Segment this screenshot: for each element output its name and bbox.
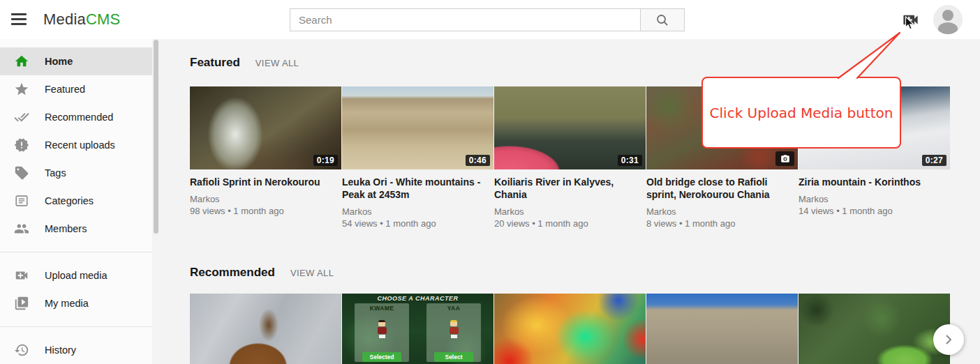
media-thumbnail[interactable] [190,294,341,364]
user-avatar[interactable] [933,5,963,34]
sidebar-item-label: Home [45,56,73,67]
sidebar-scrollbar[interactable] [154,40,158,234]
section-title-featured: Featured [190,56,240,70]
sidebar-item-categories[interactable]: Categories [0,187,152,215]
media-card: 0:31 Koiliaris River in Kalyves, Chania … [494,86,646,229]
game-heading-text: CHOOSE A CHARACTER [342,295,493,302]
duration-badge: 0:46 [466,155,490,166]
logo-media-text: Media [43,10,86,28]
sidebar-divider [0,252,152,252]
logo-cms-text: CMS [86,10,121,28]
recommended-section-header: Recommended VIEW ALL [190,266,334,280]
media-title[interactable]: Leuka Ori - White mountains - Peak at 24… [342,176,493,201]
search-icon [655,13,669,27]
sidebar-item-label: Categories [45,195,94,206]
media-author[interactable]: Markos [342,206,493,218]
search-button[interactable] [640,8,685,31]
media-author[interactable]: Markos [190,193,341,205]
sidebar-item-label: My media [45,298,89,309]
sidebar-item-label: Featured [45,84,85,95]
media-thumbnail[interactable] [646,294,798,364]
media-title[interactable]: Ziria mountain - Korinthos [799,176,950,188]
duration-badge: 0:27 [922,155,946,166]
game-character-panel: KWAME Selected [355,303,409,362]
duration-badge: 0:31 [618,155,642,166]
game-character-sprite [376,320,387,338]
game-character-panel: YAA Select [426,303,481,362]
avatar-bust [938,22,958,34]
media-thumbnail[interactable]: CHOOSE A CHARACTER KWAME Selected YAA Se… [342,294,493,364]
menu-icon[interactable] [11,13,28,26]
media-thumbnail[interactable] [494,294,646,364]
sidebar-item-home[interactable]: Home [0,47,152,75]
media-card: 0:19 Rafioli Sprint in Nerokourou Markos… [190,86,341,229]
annotation-text: Click Upload Media button [710,105,893,121]
media-author[interactable]: Markos [494,206,646,218]
media-title[interactable]: Rafioli Sprint in Nerokourou [190,176,341,188]
video-upload-icon [901,10,920,29]
media-thumbnail[interactable] [799,294,950,364]
members-icon [14,221,29,236]
featured-view-all-link[interactable]: VIEW ALL [255,58,299,68]
upload-media-button[interactable] [901,10,920,29]
home-icon [14,54,29,69]
media-meta: 98 views • 1 month ago [190,205,341,217]
media-title[interactable]: Koiliaris River in Kalyves, Chania [494,176,646,201]
media-card: 0:46 Leuka Ori - White mountains - Peak … [342,86,493,229]
video-upload-icon [14,268,29,283]
sidebar: Home Featured Recommended Recent uploads [0,39,152,364]
star-icon [14,82,29,97]
sidebar-item-recommended[interactable]: Recommended [0,103,152,131]
game-select-button: Select [434,352,473,362]
top-bar: MediaCMS [0,0,980,39]
avatar-head [942,10,953,21]
sidebar-item-history[interactable]: History [0,336,152,364]
annotation-callout: Click Upload Media button [701,77,901,149]
sidebar-item-label: Members [45,223,87,234]
mediacms-app: MediaCMS [0,0,980,364]
sidebar-item-label: History [45,344,76,356]
search-bar [290,8,685,31]
sidebar-item-label: Upload media [45,270,107,281]
sidebar-item-members[interactable]: Members [0,215,152,243]
video-library-icon [14,296,29,311]
featured-section-header: Featured VIEW ALL [190,56,299,70]
photo-badge [775,151,794,166]
sidebar-item-label: Tags [45,167,66,179]
game-character-sprite [448,320,459,338]
sidebar-item-my-media[interactable]: My media [0,289,152,317]
recommended-view-all-link[interactable]: VIEW ALL [290,268,334,278]
sidebar-item-label: Recent uploads [45,139,115,151]
media-author[interactable]: Markos [646,206,798,218]
media-meta: 20 views • 1 month ago [494,218,646,229]
double-check-icon [14,109,29,125]
categories-icon [14,193,29,208]
game-selected-button: Selected [362,352,401,362]
game-character-name: KWAME [355,305,409,312]
media-title[interactable]: Old bridge close to Rafioli sprint, Nero… [646,176,798,201]
sidebar-divider [0,326,152,327]
media-thumbnail[interactable]: 0:19 [190,86,341,169]
recommended-cards-row: CHOOSE A CHARACTER KWAME Selected YAA Se… [190,294,950,364]
logo[interactable]: MediaCMS [43,10,120,29]
tag-icon [14,165,29,181]
chevron-right-icon [943,334,954,345]
carousel-next-button[interactable] [933,324,964,355]
media-meta: 8 views • 1 month ago [646,218,798,229]
sidebar-item-label: Recommended [45,112,113,123]
section-title-recommended: Recommended [190,266,275,280]
media-thumbnail[interactable]: 0:31 [494,86,646,169]
media-author[interactable]: Markos [799,193,950,205]
search-input[interactable] [290,8,640,31]
duration-badge: 0:19 [313,155,338,166]
media-thumbnail[interactable]: 0:46 [342,86,493,169]
sidebar-item-featured[interactable]: Featured [0,75,152,103]
media-meta: 14 views • 1 month ago [799,205,950,217]
new-releases-icon [14,137,29,153]
game-character-name: YAA [426,305,481,312]
sidebar-item-upload-media[interactable]: Upload media [0,261,152,289]
media-meta: 54 views • 1 month ago [342,218,493,229]
sidebar-item-tags[interactable]: Tags [0,159,152,187]
history-icon [14,342,29,358]
sidebar-item-recent-uploads[interactable]: Recent uploads [0,131,152,159]
